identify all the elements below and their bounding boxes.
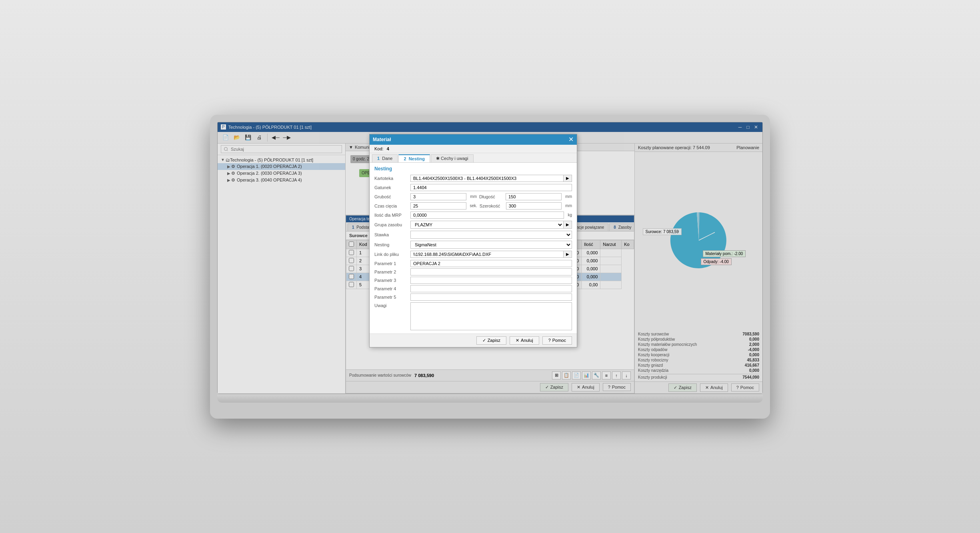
param3-row: Parametr 3 — [374, 277, 572, 284]
dialog-tab-dane[interactable]: 1 Dane — [372, 154, 398, 162]
field-ilosc-mrp: Ilość dla MRP kg — [374, 212, 572, 219]
dtab2-label: Nesting — [409, 156, 425, 161]
dialog-save-button[interactable]: ✓ Zapisz — [476, 336, 506, 345]
ilosc-mrp-input[interactable] — [410, 212, 564, 219]
grubosc-input[interactable] — [410, 193, 466, 200]
param3-input[interactable] — [410, 277, 572, 284]
laptop-base — [217, 395, 763, 403]
laptop-screen: P Technologia - (5) PÓŁPRODUKT 01 [1 szt… — [217, 122, 763, 394]
field-czas-szerokosc: Czas cięcia sek. Szerokość mm — [374, 202, 572, 210]
field-link: Link do pliku ▶ — [374, 251, 572, 258]
szerokosc-unit: mm — [565, 204, 572, 208]
dtab2-num: 2 — [404, 156, 406, 161]
czas-unit: sek. — [470, 204, 477, 208]
uwagi-label: Uwagi — [374, 302, 410, 308]
ilosc-mrp-unit: kg — [568, 213, 572, 217]
field-gatunek: Gatunek — [374, 184, 572, 191]
field-nesting: Nesting SigmaNest — [374, 241, 572, 249]
kartoteka-label: Kartoteka — [374, 176, 410, 181]
grubosc-unit: mm — [470, 194, 477, 199]
dlugosc-label: Długość — [479, 194, 503, 199]
uwagi-textarea[interactable] — [410, 302, 572, 330]
dialog-cancel-label: Anuluj — [521, 338, 533, 343]
param1-label: Parametr 1 — [374, 261, 410, 266]
dialog-help-icon: ? — [548, 338, 551, 343]
dialog-tab-nesting[interactable]: 2 Nesting — [398, 154, 430, 162]
dialog-cancel-button[interactable]: ✕ Anuluj — [510, 336, 539, 345]
ilosc-mrp-multi: kg — [410, 212, 572, 219]
grubosc-row-multi: mm Długość mm — [410, 193, 572, 200]
dlugosc-unit: mm — [565, 194, 572, 199]
dialog-save-label: Zapisz — [488, 338, 500, 343]
stawka-select[interactable] — [410, 231, 572, 239]
grupa-arrow-btn[interactable]: ▶ — [564, 221, 572, 229]
param2-row: Parametr 2 — [374, 268, 572, 275]
grubosc-label: Grubość — [374, 194, 410, 199]
dialog-titlebar: Materiał ✕ — [370, 134, 577, 145]
material-dialog: Materiał ✕ Kod: 4 1 Dane 2 Nesting ✱ — [369, 134, 577, 347]
code-value: 4 — [387, 146, 389, 151]
param5-row: Parametr 5 — [374, 293, 572, 301]
nesting-label: Nesting — [374, 242, 410, 247]
laptop-outer: P Technologia - (5) PÓŁPRODUKT 01 [1 szt… — [210, 115, 770, 419]
gatunek-label: Gatunek — [374, 185, 410, 190]
field-grubosc-dlugosc: Grubość mm Długość mm — [374, 193, 572, 200]
kartoteka-input[interactable] — [410, 175, 564, 182]
dtab3-label: Cechy i uwagi — [441, 156, 468, 161]
dialog-footer: ✓ Zapisz ✕ Anuluj ? Pomoc — [370, 333, 577, 347]
param5-label: Parametr 5 — [374, 295, 410, 299]
grupa-zasobu-select[interactable]: PLAZMY — [410, 221, 564, 229]
link-input[interactable] — [410, 251, 564, 258]
param2-input[interactable] — [410, 268, 572, 275]
czas-row-multi: sek. Szerokość mm — [410, 202, 572, 210]
czas-label: Czas cięcia — [374, 204, 410, 208]
param4-input[interactable] — [410, 285, 572, 292]
dlugosc-input[interactable] — [506, 193, 562, 200]
param4-row: Parametr 4 — [374, 285, 572, 292]
uwagi-section: Uwagi — [374, 302, 572, 330]
dtab1-label: Dane — [382, 156, 392, 161]
dialog-tab-cechy[interactable]: ✱ Cechy i uwagi — [431, 154, 474, 162]
param4-label: Parametr 4 — [374, 286, 410, 291]
code-label: Kod: — [374, 146, 384, 151]
params-section: Parametr 1 Parametr 2 Parametr 3 Paramet… — [374, 260, 572, 301]
dialog-help-button[interactable]: ? Pomoc — [542, 336, 572, 345]
field-stawka: Stawka — [374, 231, 572, 239]
dialog-title: Materiał — [373, 137, 391, 142]
dialog-cancel-icon: ✕ — [516, 338, 519, 343]
dialog-save-icon: ✓ — [482, 338, 486, 343]
kartoteka-input-group: ▶ — [410, 175, 572, 182]
nesting-select[interactable]: SigmaNest — [410, 241, 572, 249]
grupa-zasobu-group: PLAZMY ▶ — [410, 221, 572, 229]
link-arrow-btn[interactable]: ▶ — [564, 251, 572, 258]
dialog-code-bar: Kod: 4 — [370, 145, 577, 153]
grupa-zasobu-label: Grupa zasobu — [374, 222, 410, 227]
nesting-section-header: Nesting — [374, 166, 572, 172]
szerokosc-input[interactable] — [506, 202, 562, 210]
kartoteka-arrow-btn[interactable]: ▶ — [564, 175, 572, 182]
dtab3-icon: ✱ — [436, 156, 440, 161]
dialog-help-label: Pomoc — [552, 338, 566, 343]
gatunek-input[interactable] — [410, 184, 572, 191]
field-grupa-zasobu: Grupa zasobu PLAZMY ▶ — [374, 221, 572, 229]
dialog-close-button[interactable]: ✕ — [568, 136, 574, 143]
param1-row: Parametr 1 — [374, 260, 572, 267]
link-label: Link do pliku — [374, 252, 410, 257]
stawka-label: Stawka — [374, 232, 410, 237]
param5-input[interactable] — [410, 293, 572, 301]
ilosc-mrp-label: Ilość dla MRP — [374, 213, 410, 218]
param1-input[interactable] — [410, 260, 572, 267]
czas-input[interactable] — [410, 202, 466, 210]
param2-label: Parametr 2 — [374, 269, 410, 274]
szerokosc-label: Szerokość — [480, 204, 504, 208]
dialog-body: Nesting Kartoteka ▶ Gatunek Grubość — [370, 163, 577, 333]
dialog-tabs: 1 Dane 2 Nesting ✱ Cechy i uwagi — [370, 153, 577, 163]
link-input-group: ▶ — [410, 251, 572, 258]
field-kartoteka: Kartoteka ▶ — [374, 175, 572, 182]
param3-label: Parametr 3 — [374, 278, 410, 283]
dtab1-num: 1 — [377, 156, 380, 161]
